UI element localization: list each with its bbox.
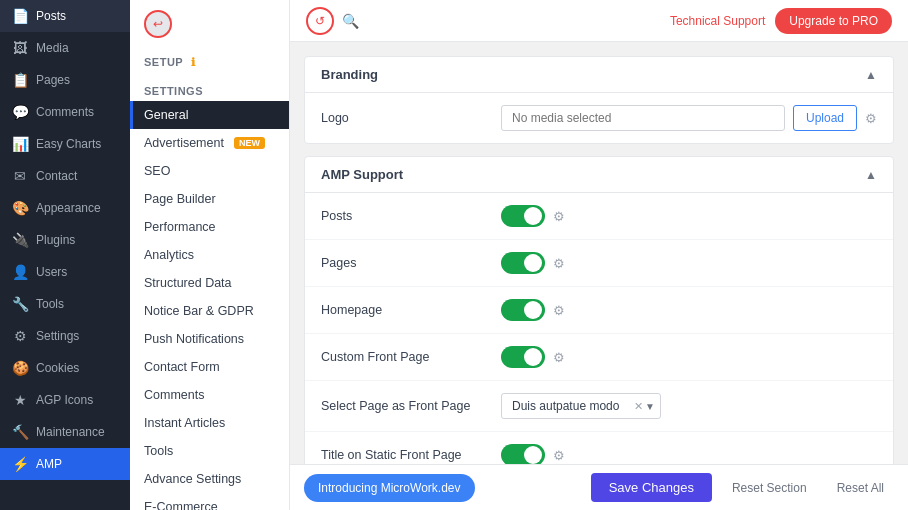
sidebar-item-contact[interactable]: ✉ Contact: [0, 160, 130, 192]
middle-panel-header: ↩: [130, 0, 289, 48]
middle-item-advance-settings[interactable]: Advance Settings: [130, 465, 289, 493]
upgrade-button[interactable]: Upgrade to PRO: [775, 8, 892, 34]
posts-toggle-knob: [524, 207, 542, 225]
plugins-icon: 🔌: [12, 232, 28, 248]
maintenance-icon: 🔨: [12, 424, 28, 440]
sidebar-item-maintenance[interactable]: 🔨 Maintenance: [0, 416, 130, 448]
easy-charts-icon: 📊: [12, 136, 28, 152]
branding-section-title: Branding: [321, 67, 378, 82]
middle-item-tools[interactable]: Tools: [130, 437, 289, 465]
reset-section-button[interactable]: Reset Section: [722, 474, 817, 502]
logo-help-icon: ⚙: [865, 111, 877, 126]
custom-front-page-control: ⚙: [501, 346, 877, 368]
middle-item-page-builder[interactable]: Page Builder: [130, 185, 289, 213]
homepage-toggle[interactable]: [501, 299, 545, 321]
sidebar-item-plugins[interactable]: 🔌 Plugins: [0, 224, 130, 256]
middle-item-structured-data[interactable]: Structured Data: [130, 269, 289, 297]
sidebar-item-easy-charts[interactable]: 📊 Easy Charts: [0, 128, 130, 160]
custom-front-page-toggle[interactable]: [501, 346, 545, 368]
logo-input[interactable]: [501, 105, 785, 131]
bottom-bar: Introducing MicroWork.dev Save Changes R…: [290, 464, 908, 510]
media-icon: 🖼: [12, 40, 28, 56]
logo-label: Logo: [321, 111, 501, 125]
top-bar-left: ↺ 🔍: [306, 7, 359, 35]
select-front-page-label: Select Page as Front Page: [321, 399, 501, 413]
posts-control: ⚙: [501, 205, 877, 227]
top-bar-right: Technical Support Upgrade to PRO: [670, 8, 892, 34]
middle-item-e-commerce[interactable]: E-Commerce: [130, 493, 289, 510]
sidebar-item-amp[interactable]: ⚡ AMP: [0, 448, 130, 480]
custom-front-page-toggle-row: Custom Front Page ⚙: [305, 334, 893, 381]
top-bar: ↺ 🔍 Technical Support Upgrade to PRO: [290, 0, 908, 42]
middle-item-notice-bar-gdpr[interactable]: Notice Bar & GDPR: [130, 297, 289, 325]
title-static-toggle[interactable]: [501, 444, 545, 464]
sidebar-item-appearance[interactable]: 🎨 Appearance: [0, 192, 130, 224]
posts-toggle[interactable]: [501, 205, 545, 227]
upload-button[interactable]: Upload: [793, 105, 857, 131]
title-static-front-page-label: Title on Static Front Page: [321, 448, 501, 462]
homepage-toggle-row: Homepage ⚙: [305, 287, 893, 334]
pages-icon: 📋: [12, 72, 28, 88]
select-front-page-control: Duis autpatue modo ✕ ▼: [501, 393, 877, 419]
sidebar: 📄 Posts 🖼 Media 📋 Pages 💬 Comments 📊 Eas…: [0, 0, 130, 510]
branding-section-header[interactable]: Branding ▲: [305, 57, 893, 93]
posts-help-icon: ⚙: [553, 209, 565, 224]
middle-item-seo[interactable]: SEO: [130, 157, 289, 185]
sidebar-item-pages[interactable]: 📋 Pages: [0, 64, 130, 96]
tools-icon: 🔧: [12, 296, 28, 312]
posts-icon: 📄: [12, 8, 28, 24]
logo-control: Upload ⚙: [501, 105, 877, 131]
middle-item-performance[interactable]: Performance: [130, 213, 289, 241]
homepage-control: ⚙: [501, 299, 877, 321]
sidebar-item-tools[interactable]: 🔧 Tools: [0, 288, 130, 320]
main-content: ↺ 🔍 Technical Support Upgrade to PRO Bra…: [290, 0, 908, 510]
select-arrow-icon: ▼: [645, 401, 655, 412]
sidebar-item-comments[interactable]: 💬 Comments: [0, 96, 130, 128]
middle-item-contact-form[interactable]: Contact Form: [130, 353, 289, 381]
branding-chevron-icon: ▲: [865, 68, 877, 82]
sidebar-item-settings[interactable]: ⚙ Settings: [0, 320, 130, 352]
homepage-label: Homepage: [321, 303, 501, 317]
custom-front-page-toggle-knob: [524, 348, 542, 366]
content-area: Branding ▲ Logo Upload ⚙ AMP Support ▲ P…: [290, 42, 908, 464]
custom-front-page-label: Custom Front Page: [321, 350, 501, 364]
tech-support-link[interactable]: Technical Support: [670, 14, 765, 28]
sidebar-item-agp-icons[interactable]: ★ AGP Icons: [0, 384, 130, 416]
amp-support-chevron-icon: ▲: [865, 168, 877, 182]
amp-support-title: AMP Support: [321, 167, 403, 182]
middle-item-analytics[interactable]: Analytics: [130, 241, 289, 269]
amp-support-header[interactable]: AMP Support ▲: [305, 157, 893, 193]
sidebar-item-users[interactable]: 👤 Users: [0, 256, 130, 288]
middle-item-advertisement[interactable]: Advertisement NEW: [130, 129, 289, 157]
middle-item-comments[interactable]: Comments: [130, 381, 289, 409]
title-static-help-icon: ⚙: [553, 448, 565, 463]
select-clear-icon[interactable]: ✕: [634, 400, 643, 413]
select-front-page-row: Select Page as Front Page Duis autpatue …: [305, 381, 893, 432]
pages-toggle-row: Pages ⚙: [305, 240, 893, 287]
branding-section: Branding ▲ Logo Upload ⚙: [304, 56, 894, 144]
comments-icon: 💬: [12, 104, 28, 120]
refresh-icon: ↺: [315, 14, 325, 28]
sidebar-item-posts[interactable]: 📄 Posts: [0, 0, 130, 32]
sidebar-item-cookies[interactable]: 🍪 Cookies: [0, 352, 130, 384]
pages-help-icon: ⚙: [553, 256, 565, 271]
amp-support-section: AMP Support ▲ Posts ⚙ Pages: [304, 156, 894, 464]
appearance-icon: 🎨: [12, 200, 28, 216]
setup-info-icon: ℹ: [191, 56, 196, 68]
sidebar-item-media[interactable]: 🖼 Media: [0, 32, 130, 64]
search-icon: 🔍: [342, 13, 359, 29]
settings-section-label: Settings: [130, 77, 289, 101]
middle-item-push-notifications[interactable]: Push Notifications: [130, 325, 289, 353]
middle-item-general[interactable]: General: [130, 101, 289, 129]
custom-front-page-help-icon: ⚙: [553, 350, 565, 365]
middle-item-instant-articles[interactable]: Instant Articles: [130, 409, 289, 437]
pages-toggle[interactable]: [501, 252, 545, 274]
save-changes-button[interactable]: Save Changes: [591, 473, 712, 502]
back-button[interactable]: ↩: [144, 10, 172, 38]
pages-label: Pages: [321, 256, 501, 270]
intro-button[interactable]: Introducing MicroWork.dev: [304, 474, 475, 502]
title-static-front-page-row: Title on Static Front Page ⚙: [305, 432, 893, 464]
top-back-button[interactable]: ↺: [306, 7, 334, 35]
posts-toggle-row: Posts ⚙: [305, 193, 893, 240]
reset-all-button[interactable]: Reset All: [827, 474, 894, 502]
